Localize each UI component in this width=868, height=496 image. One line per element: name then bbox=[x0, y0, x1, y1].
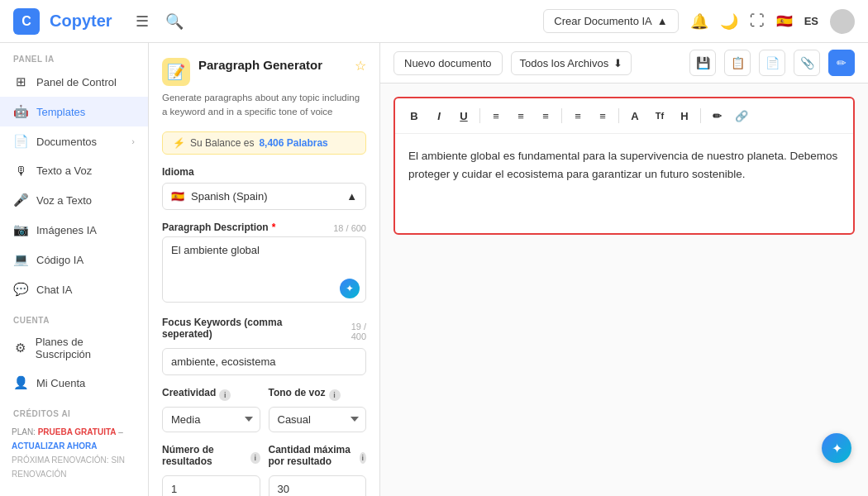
layout: PANEL IA ⊞ Panel de Control 🤖 Templates … bbox=[0, 43, 868, 496]
user-avatar[interactable] bbox=[830, 9, 855, 34]
sidebar-item-codigo[interactable]: 💻 Código IA bbox=[0, 245, 148, 274]
format-align-right[interactable]: ≡ bbox=[535, 105, 556, 126]
archive-chevron-icon: ⬇ bbox=[613, 57, 622, 69]
format-font-color[interactable]: A bbox=[624, 105, 646, 126]
keywords-group: Focus Keywords (comma seperated) 19 / 40… bbox=[162, 317, 366, 375]
format-font-size[interactable]: Tf bbox=[649, 105, 670, 126]
language-flag[interactable]: 🇪🇸 bbox=[776, 13, 793, 29]
moon-icon[interactable]: 🌙 bbox=[720, 12, 738, 31]
tono-group: Tono de voz i Casual Formal Profesional bbox=[269, 387, 367, 432]
format-bold[interactable]: B bbox=[403, 105, 425, 126]
idioma-value: Spanish (Spain) bbox=[191, 190, 268, 203]
chevron-right-icon: › bbox=[131, 136, 135, 146]
idioma-label: Idioma bbox=[162, 166, 366, 178]
star-button[interactable]: ☆ bbox=[355, 58, 366, 74]
paragraph-desc-label: Paragraph Description bbox=[162, 222, 269, 233]
sidebar-label-codigo: Código IA bbox=[36, 254, 83, 266]
right-panel: Nuevo documento Todos los Archivos ⬇ 💾 📋… bbox=[380, 43, 868, 496]
sidebar-label-voz-texto: Voz a Texto bbox=[36, 194, 92, 207]
tool-title-area: Paragraph Generator bbox=[198, 58, 346, 72]
chevron-up-icon: ▲ bbox=[346, 190, 357, 203]
plan-free-label: PRUEBA GRATUITA bbox=[38, 427, 117, 436]
format-pen[interactable]: ✏ bbox=[706, 105, 727, 126]
format-list-ul[interactable]: ≡ bbox=[592, 105, 613, 126]
sidebar-item-mi-cuenta[interactable]: 👤 Mi Cuenta bbox=[0, 368, 148, 398]
menu-icon[interactable]: ☰ bbox=[132, 9, 152, 34]
tool-panel: 📝 Paragraph Generator ☆ Generate paragra… bbox=[149, 43, 380, 496]
toolbar-btn-save[interactable]: 💾 bbox=[689, 50, 716, 76]
create-doc-button[interactable]: Crear Documento IA ▲ bbox=[543, 9, 678, 33]
editor-format-bar: B I U ≡ ≡ ≡ ≡ ≡ A Tf H bbox=[395, 98, 853, 134]
create-doc-label: Crear Documento IA bbox=[554, 15, 652, 27]
idioma-select[interactable]: 🇪🇸 Spanish (Spain) ▲ bbox=[162, 183, 366, 210]
max-qty-label: Cantidad máxima por resultado bbox=[269, 444, 356, 467]
tool-header: 📝 Paragraph Generator ☆ bbox=[162, 58, 366, 86]
creatividad-select[interactable]: Media Baja Alta bbox=[162, 407, 260, 432]
format-heading[interactable]: H bbox=[674, 105, 695, 126]
num-results-info-icon[interactable]: i bbox=[250, 452, 260, 464]
sidebar-label-templates: Templates bbox=[36, 106, 85, 118]
sidebar-item-documentos[interactable]: 📄 Documentos › bbox=[0, 126, 148, 156]
max-qty-info-icon[interactable]: i bbox=[360, 452, 366, 464]
sidebar-section-panel: PANEL IA bbox=[0, 43, 148, 67]
creatividad-info-icon[interactable]: i bbox=[219, 389, 231, 401]
lang-left: 🇪🇸 Spanish (Spain) bbox=[171, 190, 268, 203]
format-align-center[interactable]: ≡ bbox=[510, 105, 532, 126]
sidebar-item-imagenes[interactable]: 📷 Imágenes IA bbox=[0, 215, 148, 245]
grid-icon: ⊞ bbox=[13, 74, 28, 89]
keywords-input[interactable] bbox=[162, 348, 366, 375]
sidebar-item-texto-voz[interactable]: 🎙 Texto a Voz bbox=[0, 156, 148, 185]
creatividad-label-info: Creatividad i bbox=[162, 387, 260, 403]
format-italic[interactable]: I bbox=[428, 105, 450, 126]
sidebar-label-planes: Planes de Suscripción bbox=[36, 336, 135, 360]
logo-text: Copyter bbox=[50, 12, 112, 31]
num-qty-row: Número de resultados i Cantidad máxima p… bbox=[162, 444, 366, 497]
tool-icon: 📝 bbox=[162, 58, 190, 86]
max-qty-input[interactable] bbox=[269, 475, 367, 497]
editor-content[interactable]: El ambiente global es fundamental para l… bbox=[395, 134, 853, 233]
sidebar-label-mi-cuenta: Mi Cuenta bbox=[36, 377, 85, 389]
paragraph-desc-group: Paragraph Description * 18 / 600 ✦ bbox=[162, 222, 366, 305]
creatividad-group: Creatividad i Media Baja Alta bbox=[162, 387, 260, 432]
tono-select[interactable]: Casual Formal Profesional bbox=[269, 407, 367, 432]
plan-upgrade-button[interactable]: ACTUALIZAR AHORA bbox=[12, 441, 98, 451]
idioma-group: Idioma 🇪🇸 Spanish (Spain) ▲ bbox=[162, 166, 366, 210]
main-content: 📝 Paragraph Generator ☆ Generate paragra… bbox=[149, 43, 868, 496]
num-results-label: Número de resultados bbox=[162, 444, 247, 467]
code-icon: 💻 bbox=[13, 252, 28, 267]
toolbar-btn-file[interactable]: 📄 bbox=[759, 50, 785, 76]
plan-sep: – bbox=[117, 427, 123, 436]
ai-float-button[interactable]: ✦ bbox=[822, 433, 851, 463]
search-icon[interactable]: 🔍 bbox=[162, 9, 187, 34]
num-results-group: Número de resultados i bbox=[162, 444, 260, 497]
toolbar-btn-paste[interactable]: 📎 bbox=[794, 50, 820, 76]
toolbar-btn-edit[interactable]: ✏ bbox=[828, 50, 855, 76]
doc-selector[interactable]: Nuevo documento bbox=[393, 51, 503, 75]
balance-label: Su Balance es bbox=[190, 137, 254, 149]
format-link[interactable]: 🔗 bbox=[731, 105, 752, 126]
paragraph-desc-textarea[interactable] bbox=[162, 236, 366, 303]
sidebar-item-planes[interactable]: ⚙ Planes de Suscripción bbox=[0, 328, 148, 368]
format-underline[interactable]: U bbox=[453, 105, 475, 126]
toolbar-btn-copy[interactable]: 📋 bbox=[724, 50, 751, 76]
paragraph-desc-label-row: Paragraph Description * 18 / 600 bbox=[162, 222, 366, 233]
sidebar-label-chat: Chat IA bbox=[36, 284, 72, 296]
format-align-left[interactable]: ≡ bbox=[485, 105, 507, 126]
max-qty-label-info: Cantidad máxima por resultado i bbox=[269, 444, 367, 472]
expand-icon[interactable]: ⛶ bbox=[750, 12, 765, 30]
archive-selector[interactable]: Todos los Archivos ⬇ bbox=[511, 51, 632, 75]
lang-code: ES bbox=[804, 15, 818, 27]
balance-badge: ⚡ Su Balance es 8,406 Palabras bbox=[162, 131, 366, 155]
format-list-ol[interactable]: ≡ bbox=[567, 105, 589, 126]
sidebar-item-chat[interactable]: 💬 Chat IA bbox=[0, 274, 148, 304]
bell-icon[interactable]: 🔔 bbox=[690, 12, 708, 31]
sidebar-item-panel-control[interactable]: ⊞ Panel de Control bbox=[0, 67, 148, 97]
ai-assist-badge[interactable]: ✦ bbox=[340, 279, 360, 298]
editor-container: B I U ≡ ≡ ≡ ≡ ≡ A Tf H bbox=[380, 83, 868, 496]
sidebar-item-templates[interactable]: 🤖 Templates bbox=[0, 97, 148, 126]
sidebar-item-voz-texto[interactable]: 🎤 Voz a Texto bbox=[0, 185, 148, 215]
tono-info-icon[interactable]: i bbox=[329, 389, 341, 401]
mic-icon: 🎙 bbox=[13, 164, 28, 178]
num-results-input[interactable] bbox=[162, 475, 260, 497]
sidebar-label-texto-voz: Texto a Voz bbox=[36, 165, 92, 177]
